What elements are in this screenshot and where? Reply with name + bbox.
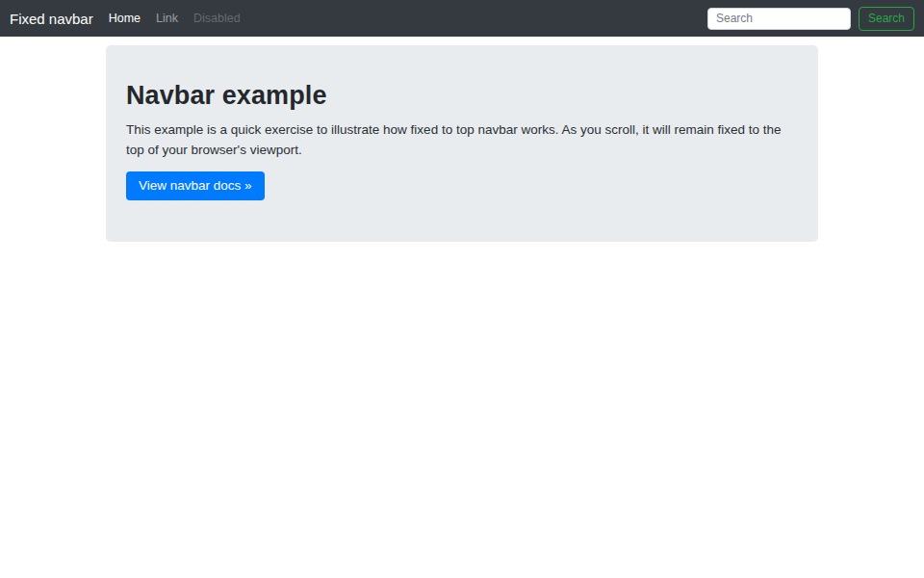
search-form: Search: [707, 7, 914, 31]
jumbotron: Navbar example This example is a quick e…: [106, 45, 818, 242]
navbar-brand[interactable]: Fixed navbar: [10, 11, 93, 27]
page-title: Navbar example: [126, 81, 798, 111]
nav-item-home[interactable]: Home: [101, 12, 148, 25]
view-navbar-docs-button[interactable]: View navbar docs »: [126, 171, 265, 200]
search-input[interactable]: [707, 8, 851, 30]
page-description: This example is a quick exercise to illu…: [126, 120, 798, 161]
search-button[interactable]: Search: [859, 7, 914, 31]
nav-item-disabled: Disabled: [186, 12, 248, 25]
top-navbar: Fixed navbar Home Link Disabled Search: [0, 0, 924, 37]
nav-item-link[interactable]: Link: [148, 12, 186, 25]
navbar-links: Home Link Disabled: [101, 12, 248, 25]
